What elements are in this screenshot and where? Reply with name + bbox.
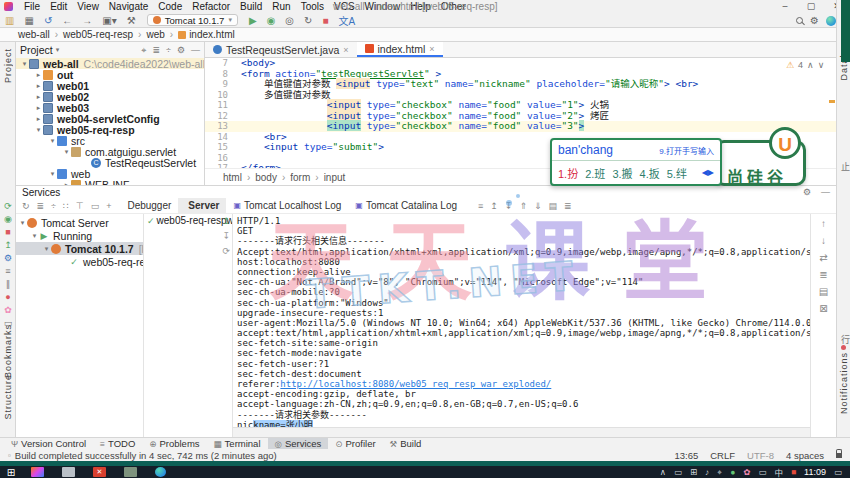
ime-handwriting-hint[interactable]: 9.打开手写输入 [659, 145, 714, 156]
toolbar-icon[interactable]: ↺ [44, 15, 52, 26]
ime-composition-input[interactable]: ban'chang [558, 143, 613, 157]
tray-icon[interactable]: ▭ [674, 467, 682, 477]
service-action-icon[interactable]: ≡ [0, 265, 16, 278]
project-tree-item[interactable]: TestReqeustServlet [16, 157, 204, 168]
services-toolbar-icon[interactable]: ÷ [51, 201, 56, 211]
panel-header-icon[interactable]: ⚙ [803, 187, 811, 197]
chevron-up-icon[interactable]: ∧ [807, 60, 814, 70]
service-action-icon[interactable]: ■ [0, 226, 16, 239]
log-action-icon[interactable]: ≣ [564, 201, 572, 211]
project-tree-item[interactable]: ▾ com.atguigu.servlet [16, 146, 204, 157]
editor-tab[interactable]: index.html × [357, 42, 443, 57]
project-tree-item[interactable]: ▸ web01 [16, 80, 204, 91]
file-encoding[interactable]: UTF-8 [747, 450, 774, 461]
run-configuration-select[interactable]: Tomcat 10.1.7 ▾ [147, 14, 238, 26]
tool-window-button[interactable]: ⊙ Profiler [328, 438, 382, 450]
menu-item[interactable]: Code [153, 1, 187, 12]
editor-breadcrumb-item[interactable]: ›body [242, 172, 277, 183]
stripe-tab-plugin[interactable]: 止 [839, 160, 850, 173]
editor-tab[interactable]: TestReqeustServlet.java × [205, 42, 357, 57]
log-action-icon[interactable]: ⇓ [534, 201, 542, 211]
ime-candidate[interactable]: 4.扳 [640, 165, 660, 181]
server-console[interactable]: HTTP/1.1GET-------请求行头相关信息-------Accept:… [232, 214, 810, 437]
service-action-icon[interactable]: ● [0, 291, 16, 304]
indent-setting[interactable]: 4 spaces [786, 450, 824, 461]
console-tool-icon[interactable]: ⊠ [819, 303, 827, 314]
service-action-icon[interactable]: ⚙ [0, 252, 16, 265]
scrollbar-warning-mark[interactable] [829, 100, 835, 103]
editor-breadcrumb-item[interactable]: ›form [277, 172, 310, 183]
project-tree-item[interactable]: ▾ web05-req-resp [16, 124, 204, 135]
gear-icon[interactable]: ⚙ [810, 15, 819, 26]
project-tree-item[interactable]: ▾ web [16, 168, 204, 179]
console-tool-icon[interactable]: ≣ [819, 269, 827, 280]
start-button[interactable]: ⊞ [0, 467, 22, 478]
stripe-tab-notifications[interactable]: Notifications [839, 352, 849, 414]
services-tab[interactable]: ▣ Tomcat Localhost Log [226, 198, 348, 214]
project-tree-item[interactable]: ▸ out [16, 69, 204, 80]
deploy-action-icon[interactable]: ↧ [222, 231, 230, 241]
log-action-icon[interactable]: ▤ [549, 201, 558, 211]
stripe-tab-project[interactable]: Project [3, 48, 13, 83]
lock-icon[interactable] [836, 453, 842, 458]
tray-icon[interactable]: ⌖ [717, 467, 722, 478]
taskbar-app-icon[interactable] [124, 467, 137, 477]
toolbar-icon[interactable]: ▦ [24, 15, 33, 26]
expand-arrow-icon[interactable]: ▸ [34, 71, 43, 79]
tool-window-button[interactable]: Ψ Version Control [4, 438, 93, 450]
tray-icon[interactable]: ∧ [660, 467, 666, 477]
ime-candidate[interactable]: 1.扮 [558, 165, 578, 181]
menu-item[interactable]: File [19, 1, 45, 12]
tray-icon[interactable]: ■ [791, 467, 796, 477]
expand-arrow-icon[interactable]: ▾ [18, 219, 27, 227]
chevron-down-icon[interactable]: ▾ [56, 46, 60, 54]
project-header-title[interactable]: Project [20, 44, 53, 56]
tool-window-button[interactable]: ⚒ Build [383, 438, 429, 450]
breadcrumb-item[interactable]: ›web05-req-resp [50, 29, 133, 40]
stripe-tab-bookmarks[interactable]: Bookmarks [3, 324, 13, 378]
project-tree-item[interactable]: ▾ src [16, 135, 204, 146]
run-action-icon[interactable]: ◉ [267, 15, 276, 26]
expand-arrow-icon[interactable]: ▸ [34, 93, 43, 101]
services-tab[interactable]: Debugger [117, 198, 178, 214]
run-action-icon[interactable]: ■ [322, 15, 328, 26]
menu-item[interactable]: Refactor [187, 1, 235, 12]
window-control-button[interactable]: ▢ [798, 0, 824, 13]
browser-sphere-icon[interactable] [826, 16, 836, 26]
panel-header-icon[interactable]: ≣ [152, 45, 160, 56]
taskbar-app-icon[interactable]: ✕ [93, 467, 106, 477]
expand-arrow-icon[interactable]: ▾ [30, 232, 39, 240]
tray-icon[interactable]: ♪ [705, 467, 709, 477]
menu-item[interactable]: Build [235, 1, 267, 12]
expand-arrow-icon[interactable]: ▾ [20, 60, 29, 68]
tray-icon[interactable]: 中 [774, 466, 783, 478]
project-tree-item[interactable]: ▸ web03 [16, 102, 204, 113]
service-action-icon[interactable]: ⟳ [0, 200, 16, 213]
tool-window-button[interactable]: ▦ Terminal [207, 438, 268, 450]
log-action-icon[interactable]: ↧ [505, 201, 513, 211]
code-text[interactable]: <input type="checkbox" name="food" value… [235, 121, 584, 132]
taskbar-app-icon[interactable] [62, 467, 75, 477]
toolbar-icon[interactable]: ⚒ [127, 15, 136, 26]
taskbar-app-icon[interactable] [155, 467, 166, 477]
code-text[interactable]: <input type="submit"> [235, 142, 384, 153]
toolbar-icon[interactable]: ← [62, 15, 72, 26]
console-tool-icon[interactable]: ↓ [821, 235, 826, 246]
breadcrumb-item[interactable]: ›web [133, 29, 165, 40]
console-scrollbar-area[interactable] [233, 427, 810, 437]
menu-item[interactable]: Navigate [104, 1, 153, 12]
deploy-action-icon[interactable]: ⟳ [222, 246, 230, 256]
tool-window-button[interactable]: ◎ Services [268, 438, 329, 450]
services-toolbar-icon[interactable]: ▭ [91, 201, 100, 211]
menu-item[interactable]: Tools [296, 1, 329, 12]
project-tree-item[interactable]: ▸ web02 [16, 91, 204, 102]
service-action-icon[interactable]: ∥ [0, 278, 16, 291]
panel-header-icon[interactable]: ÷ [166, 45, 171, 56]
build-status-message[interactable]: Build completed successfully in 4 sec, 7… [15, 450, 277, 461]
project-tree-item[interactable]: ▸ web04-servletConfig [16, 113, 204, 124]
run-action-icon[interactable]: ◎ [285, 15, 294, 26]
caret-position[interactable]: 13:65 [674, 450, 698, 461]
expand-arrow-icon[interactable]: ▾ [34, 126, 43, 134]
expand-arrow-icon[interactable]: ▾ [42, 245, 51, 253]
console-link[interactable]: http://localhost:8080/web05_req_resp_war… [280, 379, 551, 389]
